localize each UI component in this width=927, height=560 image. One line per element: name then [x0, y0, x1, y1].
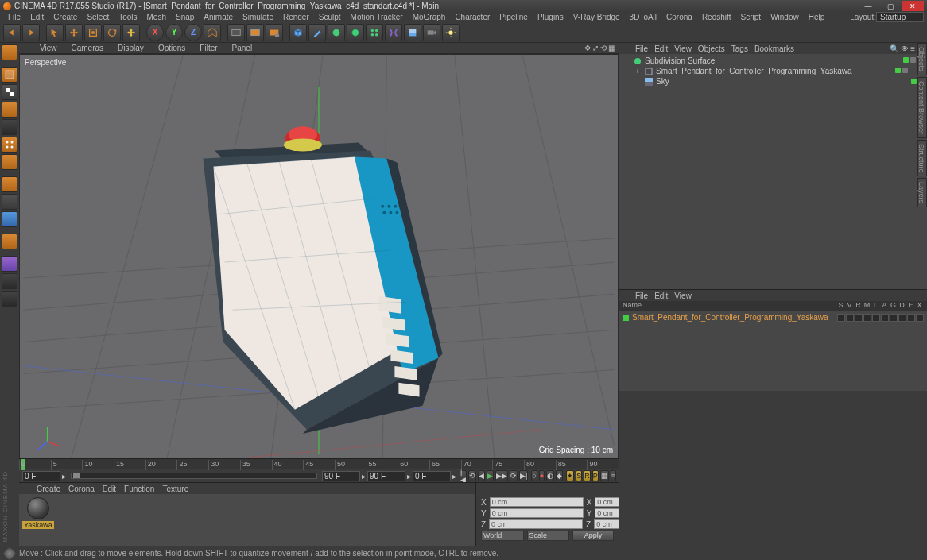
om-filter-icon[interactable]: ≡	[910, 44, 915, 53]
menu-vray[interactable]: V-Ray Bridge	[568, 13, 625, 21]
texture-mode-button[interactable]	[2, 84, 17, 100]
deformer-button[interactable]	[385, 24, 402, 41]
material-list[interactable]: Yaskawa	[19, 494, 475, 546]
mat-menu-create[interactable]: Create	[37, 485, 60, 493]
viewport-solo-button[interactable]	[2, 211, 17, 227]
move-tool[interactable]	[65, 24, 83, 41]
mat-menu-function[interactable]: Function	[124, 485, 154, 493]
menu-create[interactable]: Create	[48, 13, 82, 21]
pen-tool-button[interactable]	[308, 24, 326, 41]
rotate-tool[interactable]	[103, 24, 121, 41]
take-cell[interactable]	[863, 314, 871, 322]
cur-stepper-icon[interactable]: ▸	[452, 472, 456, 481]
take-cell[interactable]	[881, 314, 889, 322]
generator-button[interactable]	[347, 24, 364, 41]
om-menu-edit[interactable]: Edit	[654, 44, 668, 53]
object-row[interactable]: Subdivision Surface ✔	[623, 56, 924, 66]
array-button[interactable]	[366, 24, 383, 41]
goto-end-button[interactable]: ⟳	[510, 470, 518, 481]
viewport[interactable]: Perspective Grid Spacing : 10 cm	[19, 54, 619, 458]
take-swatch[interactable]	[623, 315, 629, 321]
menu-help[interactable]: Help	[804, 13, 830, 21]
menu-mesh[interactable]: Mesh	[142, 13, 171, 21]
menu-script[interactable]: Script	[736, 13, 766, 21]
workplane-button[interactable]	[2, 256, 17, 272]
menu-corona[interactable]: Corona	[661, 13, 697, 21]
cube-prim-button[interactable]	[289, 24, 307, 41]
key-pla-button[interactable]: ▦	[600, 470, 609, 481]
locked-workplane-button[interactable]	[2, 273, 17, 289]
layout-dropdown[interactable]: Startup	[876, 12, 924, 22]
edge-mode-button[interactable]	[2, 154, 17, 170]
mat-menu-texture[interactable]: Texture	[162, 485, 188, 493]
expander-icon[interactable]: +	[634, 68, 642, 75]
key-pos-button[interactable]: ✦	[566, 470, 574, 481]
x-axis-toggle[interactable]: X	[146, 24, 164, 41]
pos-z-field[interactable]	[489, 519, 583, 529]
menu-file[interactable]: File	[3, 13, 25, 21]
tm-menu-edit[interactable]: Edit	[654, 292, 668, 300]
enable-axis-button[interactable]	[2, 194, 17, 210]
object-row[interactable]: Sky	[623, 76, 924, 87]
object-row[interactable]: + Smart_Pendant_for_Controller_Programmi…	[623, 66, 924, 76]
take-row[interactable]: Smart_Pendant_for_Controller_Programming…	[623, 312, 924, 322]
tm-menu-view[interactable]: View	[674, 292, 692, 300]
vp-maximize-icon[interactable]: ▦	[608, 44, 615, 52]
select-tool[interactable]	[46, 24, 64, 41]
make-editable-button[interactable]	[2, 44, 17, 60]
attribute-manager[interactable]	[619, 391, 927, 546]
play-button[interactable]: ▶	[487, 470, 494, 481]
visibility-render-dot[interactable]	[902, 68, 908, 73]
menu-edit[interactable]: Edit	[25, 13, 48, 21]
polygon-mode-button[interactable]	[2, 176, 17, 192]
light-button[interactable]	[442, 24, 460, 41]
menu-character[interactable]: Character	[450, 13, 495, 21]
om-menu-tags[interactable]: Tags	[731, 44, 748, 53]
scale-tool[interactable]	[84, 24, 102, 41]
coord-system-button[interactable]	[204, 24, 221, 41]
point-mode-button[interactable]	[2, 137, 17, 153]
take-cell[interactable]	[907, 314, 915, 322]
visibility-render-dot[interactable]	[910, 57, 916, 63]
mat-menu-corona[interactable]: Corona	[68, 485, 95, 493]
visibility-editor-dot[interactable]	[911, 79, 917, 84]
coord-mode-dropdown[interactable]: Scale	[527, 531, 570, 541]
tab-layers[interactable]: Layers	[917, 178, 927, 207]
apply-button[interactable]: Apply	[572, 531, 614, 541]
coord-system-dropdown[interactable]: World	[481, 531, 524, 541]
model-mode-button[interactable]	[2, 67, 17, 83]
close-button[interactable]: ✕	[902, 1, 924, 11]
visibility-editor-dot[interactable]	[903, 57, 909, 63]
tab-objects[interactable]: Objects	[917, 43, 927, 75]
take-cell[interactable]	[898, 314, 906, 322]
menu-simulate[interactable]: Simulate	[238, 13, 278, 21]
record-button[interactable]: ○	[531, 470, 537, 481]
animation-mode-button[interactable]	[2, 119, 17, 135]
vp-zoom-icon[interactable]: ⤢	[592, 44, 599, 52]
current-frame-field[interactable]	[413, 471, 451, 481]
total-stepper-icon[interactable]: ▸	[407, 472, 411, 481]
menu-tools[interactable]: Tools	[114, 13, 142, 21]
render-picture-button[interactable]	[246, 24, 264, 41]
lasttool-button[interactable]	[122, 24, 140, 41]
menu-pipeline[interactable]: Pipeline	[495, 13, 533, 21]
end-stepper-icon[interactable]: ▸	[362, 472, 366, 481]
pos-x-field[interactable]	[490, 497, 584, 507]
mat-menu-edit[interactable]: Edit	[103, 485, 116, 493]
object-mode-button[interactable]	[2, 102, 17, 118]
object-tree[interactable]: Subdivision Surface ✔ + Smart_Pendant_fo…	[619, 54, 927, 289]
undo-button[interactable]	[3, 24, 21, 41]
planar-workplane-button[interactable]	[2, 291, 17, 307]
vp-menu-filter[interactable]: Filter	[196, 44, 220, 52]
menu-mograph[interactable]: MoGraph	[408, 13, 451, 21]
goto-start-button[interactable]: |◀	[460, 470, 467, 481]
playback-slider[interactable]	[71, 473, 317, 479]
menu-redshift[interactable]: Redshift	[697, 13, 736, 21]
key-all-button[interactable]: ≡	[611, 470, 616, 481]
vp-menu-panel[interactable]: Panel	[229, 44, 256, 52]
key-selection-button[interactable]: ◐	[546, 470, 554, 481]
timeline-ruler[interactable]: 0 5 10 15 20 25 30 35 40 45 50 55 60 65 …	[19, 458, 619, 469]
vp-menu-options[interactable]: Options	[155, 44, 188, 52]
tm-menu-file[interactable]: File	[635, 292, 648, 300]
take-cell[interactable]	[872, 314, 880, 322]
